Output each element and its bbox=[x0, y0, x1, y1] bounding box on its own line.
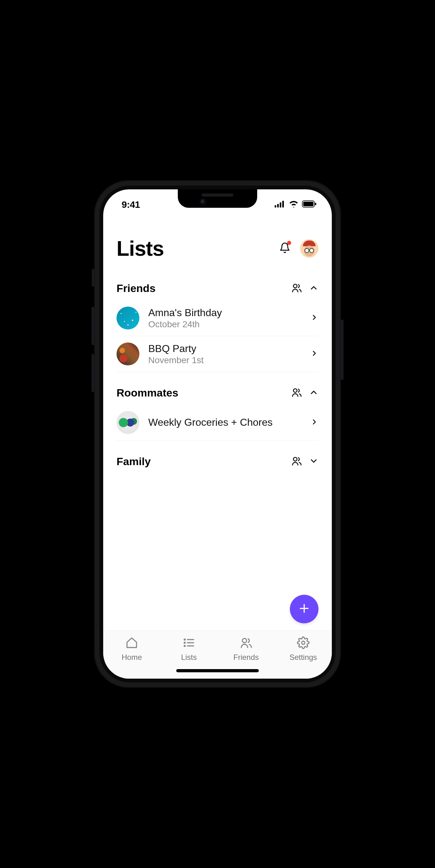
list-item[interactable]: Amna's Birthday October 24th bbox=[116, 300, 319, 336]
cellular-icon bbox=[275, 200, 286, 209]
tab-lists[interactable]: Lists bbox=[168, 637, 209, 662]
svg-point-14 bbox=[184, 645, 185, 646]
section-header-family[interactable]: Family bbox=[116, 446, 319, 473]
tab-home[interactable]: Home bbox=[111, 637, 153, 662]
status-icons bbox=[275, 200, 316, 209]
chevron-right-icon bbox=[310, 349, 319, 359]
chevron-right-icon bbox=[310, 418, 319, 427]
section-title: Friends bbox=[116, 282, 156, 294]
settings-icon bbox=[297, 637, 309, 650]
svg-rect-2 bbox=[280, 203, 281, 208]
list-item-subtitle: November 1st bbox=[148, 355, 301, 365]
wifi-icon bbox=[289, 200, 299, 209]
list-icon bbox=[182, 637, 195, 650]
profile-avatar[interactable] bbox=[300, 239, 319, 258]
home-icon bbox=[126, 637, 138, 650]
volume-down-button bbox=[92, 354, 94, 392]
power-button bbox=[341, 320, 343, 380]
page-header: Lists bbox=[103, 215, 332, 264]
svg-rect-3 bbox=[282, 201, 284, 208]
list-item[interactable]: Weekly Groceries + Chores bbox=[116, 405, 319, 441]
notch bbox=[178, 189, 257, 208]
people-icon bbox=[291, 456, 302, 468]
tab-label: Home bbox=[122, 653, 142, 662]
svg-point-12 bbox=[184, 639, 185, 640]
svg-point-8 bbox=[293, 389, 297, 392]
home-indicator[interactable] bbox=[176, 669, 259, 672]
silence-switch bbox=[92, 269, 94, 286]
list-avatar bbox=[116, 307, 139, 330]
tab-settings[interactable]: Settings bbox=[282, 637, 324, 662]
section-title: Roommates bbox=[116, 387, 178, 399]
svg-rect-5 bbox=[303, 202, 313, 206]
section-header-friends[interactable]: Friends bbox=[116, 273, 319, 300]
volume-up-button bbox=[92, 307, 94, 345]
chevron-up-icon bbox=[309, 388, 319, 398]
battery-icon bbox=[302, 200, 316, 209]
status-time: 9:41 bbox=[122, 199, 140, 210]
list-item-subtitle: October 24th bbox=[148, 319, 301, 330]
list-avatar bbox=[116, 342, 139, 365]
chevron-up-icon bbox=[309, 283, 319, 294]
page-title: Lists bbox=[116, 237, 164, 260]
tab-label: Lists bbox=[181, 653, 197, 662]
section-title: Family bbox=[116, 455, 151, 468]
svg-point-19 bbox=[302, 641, 305, 644]
section-header-roommates[interactable]: Roommates bbox=[116, 378, 319, 405]
tab-label: Settings bbox=[290, 653, 317, 662]
list-item[interactable]: BBQ Party November 1st bbox=[116, 336, 319, 372]
notification-badge bbox=[287, 241, 291, 245]
list-item-title: BBQ Party bbox=[148, 343, 301, 354]
svg-point-9 bbox=[293, 457, 297, 461]
svg-point-18 bbox=[242, 639, 246, 643]
list-avatar bbox=[116, 411, 139, 434]
svg-point-7 bbox=[293, 284, 297, 287]
list-item-title: Amna's Birthday bbox=[148, 307, 301, 319]
chevron-down-icon bbox=[309, 456, 319, 467]
svg-rect-1 bbox=[277, 204, 279, 208]
friends-icon bbox=[240, 637, 253, 650]
plus-icon bbox=[298, 602, 311, 616]
tab-label: Friends bbox=[233, 653, 259, 662]
list-item-title: Weekly Groceries + Chores bbox=[148, 416, 301, 428]
tab-friends[interactable]: Friends bbox=[226, 637, 267, 662]
people-icon bbox=[291, 387, 302, 399]
add-button[interactable] bbox=[290, 595, 319, 623]
notifications-button[interactable] bbox=[278, 242, 292, 255]
chevron-right-icon bbox=[310, 313, 319, 323]
svg-rect-6 bbox=[315, 203, 316, 205]
people-icon bbox=[291, 282, 302, 294]
svg-point-13 bbox=[184, 642, 185, 643]
phone-frame: 9:41 Lists bbox=[94, 180, 341, 688]
svg-rect-0 bbox=[275, 205, 276, 208]
